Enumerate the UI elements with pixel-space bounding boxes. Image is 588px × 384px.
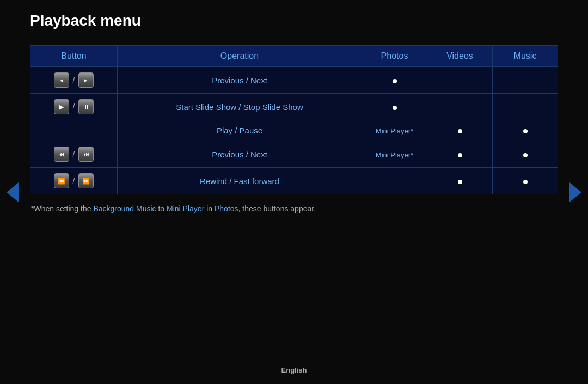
button-cell: ⏪/⏩ [30, 168, 118, 194]
operation-cell: Previous / Next [118, 141, 362, 168]
button-cell: ▶/⏸ [30, 94, 118, 120]
dot-indicator [458, 129, 462, 133]
photos-cell: Mini Player* [362, 141, 427, 168]
separator: / [73, 76, 75, 84]
table-row: ▶/⏸Start Slide Show / Stop Slide Show [30, 94, 558, 120]
footnote-highlight-mini-player: Mini Player [167, 204, 204, 213]
music-cell [493, 94, 558, 120]
operation-cell: Play / Pause [118, 120, 362, 141]
rewind-icon: ⏪ [54, 173, 69, 188]
col-header-videos: Videos [427, 46, 493, 67]
dot-indicator [523, 153, 528, 157]
nav-previous-button[interactable] [7, 182, 19, 202]
footnote-highlight-photos: Photos [215, 204, 238, 213]
button-cell [30, 120, 118, 141]
footnote-text-after: in [204, 204, 215, 213]
footnote: *When setting the Background Music to Mi… [30, 204, 558, 213]
footnote-highlight-background-music: Background Music [93, 204, 156, 213]
mini-player-label: Mini Player* [376, 127, 413, 135]
separator: / [73, 176, 75, 185]
table-row: ◂/▸Previous / Next [30, 67, 558, 94]
table-row: ⏮/⏭Previous / NextMini Player* [30, 141, 558, 168]
separator: / [73, 150, 75, 159]
main-content: Button Operation Photos Videos Music ◂/▸… [0, 45, 588, 213]
dot-indicator [458, 153, 462, 157]
operation-cell: Start Slide Show / Stop Slide Show [118, 94, 362, 120]
button-cell: ◂/▸ [30, 67, 118, 94]
col-header-button: Button [30, 46, 118, 67]
dot-indicator [523, 129, 528, 133]
nav-next-button[interactable] [569, 182, 581, 202]
play-icon: ▶ [54, 99, 69, 114]
operation-cell: Rewind / Fast forward [118, 168, 362, 194]
next-track-icon: ⏭ [78, 147, 94, 162]
videos-cell [427, 141, 493, 168]
operation-cell: Previous / Next [118, 67, 362, 94]
photos-cell [362, 94, 427, 120]
music-cell [493, 141, 558, 168]
table-row: ⏪/⏩Rewind / Fast forward [30, 168, 558, 194]
prev-track-icon: ⏮ [54, 147, 69, 162]
playback-table: Button Operation Photos Videos Music ◂/▸… [30, 45, 558, 194]
dot-indicator [393, 106, 397, 110]
pause-icon: ⏸ [78, 99, 94, 114]
dot-indicator [458, 180, 462, 184]
photos-cell: Mini Player* [362, 120, 427, 141]
music-cell [493, 120, 558, 141]
col-header-operation: Operation [118, 46, 362, 67]
music-cell [493, 67, 558, 94]
col-header-photos: Photos [362, 46, 427, 67]
page-title: Playback menu [0, 0, 588, 35]
videos-cell [427, 67, 493, 94]
videos-cell [427, 94, 493, 120]
music-cell [493, 168, 558, 194]
table-row: Play / PauseMini Player* [30, 120, 558, 141]
previous-icon: ◂ [54, 72, 69, 88]
videos-cell [427, 168, 493, 194]
next-icon: ▸ [78, 72, 94, 88]
footnote-text-middle: to [156, 204, 167, 213]
fast-forward-icon: ⏩ [78, 173, 94, 188]
videos-cell [427, 120, 493, 141]
mini-player-label: Mini Player* [376, 151, 413, 159]
separator: / [73, 102, 75, 111]
footer-language: English [0, 366, 588, 374]
footnote-text-before: *When setting the [31, 204, 93, 213]
footnote-text-end: , these buttons appear. [238, 204, 316, 213]
button-cell: ⏮/⏭ [30, 141, 118, 168]
photos-cell [362, 67, 427, 94]
col-header-music: Music [493, 46, 558, 67]
dot-indicator [523, 180, 528, 184]
photos-cell [362, 168, 427, 194]
dot-indicator [393, 79, 397, 83]
